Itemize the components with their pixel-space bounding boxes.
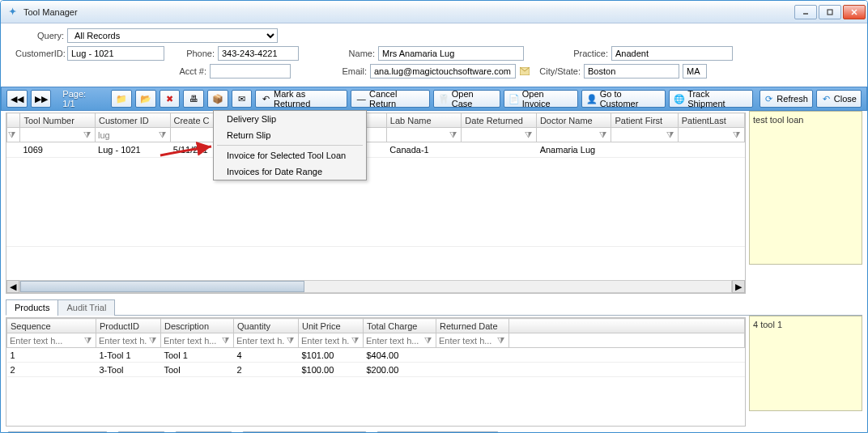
menu-invoice-range[interactable]: Invoices for Date Range <box>214 163 366 180</box>
funnel-icon[interactable]: ⧩ <box>83 129 93 139</box>
customerid-label: CustomerID: <box>15 49 64 58</box>
funnel-icon[interactable]: ⧩ <box>733 129 742 139</box>
note-panel-1[interactable]: test tool loan <box>749 111 862 265</box>
minus-icon: — <box>355 93 367 104</box>
email-icon[interactable] <box>519 67 530 75</box>
refresh-button[interactable]: ⟳Refresh <box>760 90 813 108</box>
print-button[interactable]: 🖶 <box>183 90 204 108</box>
undo-icon: ↶ <box>260 93 271 104</box>
email-label: Email: <box>318 66 367 76</box>
tab-products[interactable]: Products <box>6 299 58 316</box>
nav-first-button[interactable]: ◀◀ <box>6 90 28 108</box>
col-tool-number[interactable]: Tool Number <box>20 113 96 128</box>
titlebar: ✦ Tool Manager <box>1 1 867 23</box>
delete-icon: ✖ <box>164 93 176 104</box>
mail-icon: ✉ <box>236 93 248 104</box>
phone-field[interactable] <box>218 46 299 61</box>
products-grid[interactable]: Sequence ProductID Description Quantity … <box>6 318 745 377</box>
menu-return-slip[interactable]: Return Slip <box>214 127 366 143</box>
acct-field[interactable] <box>210 64 291 79</box>
name-label: Name: <box>326 49 375 58</box>
track-shipment-button[interactable]: 🌐Track Shipment <box>669 90 752 108</box>
svg-rect-1 <box>828 10 832 15</box>
close-panel-button[interactable]: ↶Close <box>816 90 862 108</box>
city-field[interactable] <box>584 64 679 79</box>
maximize-button[interactable] <box>819 5 841 19</box>
edit-icon: 📂 <box>140 93 151 104</box>
table-row[interactable]: 23-ToolTool2$100.00$200.00 <box>7 363 745 377</box>
funnel-icon[interactable]: ⧩ <box>525 129 534 139</box>
minimize-button[interactable] <box>794 5 817 19</box>
phone-label: Phone: <box>176 49 215 58</box>
close-icon: ↶ <box>821 93 832 104</box>
customerid-field[interactable] <box>67 46 164 61</box>
mail-button[interactable]: ✉ <box>232 90 253 108</box>
funnel-icon[interactable]: ⧩ <box>449 129 459 139</box>
note-panel-2[interactable]: 4 tool 1 <box>749 316 862 411</box>
col-doctor-name[interactable]: Doctor Name <box>536 113 611 128</box>
window-title: Tool Manager <box>23 7 794 17</box>
table-row[interactable]: 1069 Lug - 1021 5/11/201 Canada-1 Anamar… <box>6 142 745 157</box>
tools-grid[interactable]: Tool Number Customer ID Create C Lab Nam… <box>6 112 745 142</box>
horizontal-scrollbar[interactable]: ◀▶ <box>6 280 745 293</box>
mark-returned-button[interactable]: ↶Mark as Returned <box>255 90 347 108</box>
email-field[interactable] <box>370 64 516 79</box>
edit-button[interactable]: 📂 <box>135 90 156 108</box>
citystate-label: City/State: <box>534 66 581 76</box>
refresh-icon: ⟳ <box>764 93 775 104</box>
globe-icon: 🌐 <box>674 93 685 104</box>
nav-next-button[interactable]: ▶▶ <box>31 90 52 108</box>
new-button[interactable]: 📁 <box>111 90 132 108</box>
package-icon: 📦 <box>212 93 223 104</box>
filter-seq[interactable] <box>7 333 96 347</box>
cancel-return-button[interactable]: —Cancel Return <box>351 90 429 108</box>
package-button[interactable]: 📦 <box>207 90 228 108</box>
name-field[interactable] <box>378 46 524 61</box>
col-date-returned[interactable]: Date Returned <box>462 113 537 128</box>
funnel-icon[interactable]: ⧩ <box>8 129 18 139</box>
funnel-icon[interactable]: ⧩ <box>666 129 676 139</box>
query-label: Query: <box>15 31 64 40</box>
query-select[interactable]: All Records <box>67 28 278 43</box>
printer-icon: 🖶 <box>188 93 199 104</box>
customer-icon: 👤 <box>586 93 598 104</box>
folder-icon: 📁 <box>116 93 127 104</box>
col-patient-first[interactable]: Patient First <box>611 113 678 128</box>
page-indicator: Page: 1/1 <box>54 89 108 108</box>
practice-field[interactable] <box>611 46 733 61</box>
open-invoice-button[interactable]: 📄Open Invoice <box>504 90 578 108</box>
state-field[interactable] <box>683 64 707 79</box>
invoice-icon: 📄 <box>508 93 520 104</box>
col-patient-last[interactable]: PatientLast <box>678 113 744 128</box>
col-customer-id[interactable]: Customer ID <box>95 113 170 128</box>
delete-button[interactable]: ✖ <box>160 90 181 108</box>
close-button[interactable] <box>843 5 866 19</box>
callout-arrow <box>156 127 221 159</box>
menu-invoice-selected[interactable]: Invoice for Selected Tool Loan <box>214 147 366 163</box>
tab-audit-trial[interactable]: Audit Trial <box>57 299 115 316</box>
case-icon: 🦷 <box>438 93 449 104</box>
toolbar: ◀◀ ▶▶ Page: 1/1 📁 📂 ✖ 🖶 📦 ✉ ↶Mark as Ret… <box>1 87 867 111</box>
open-case-button[interactable]: 🦷Open Case <box>433 90 500 108</box>
col-lab-name[interactable]: Lab Name <box>386 113 462 128</box>
funnel-icon[interactable]: ⧩ <box>599 129 609 139</box>
table-row[interactable]: 11-Tool 1Tool 14$101.00$404.00 <box>7 348 745 363</box>
go-to-customer-button[interactable]: 👤Go to Customer <box>581 90 666 108</box>
menu-delivery-slip[interactable]: Delivery Slip <box>214 111 366 127</box>
bottom-bar: 📄Add Tool Product 📂Edit ✖Delete ↶Mark Pr… <box>1 427 867 433</box>
app-icon: ✦ <box>6 6 19 19</box>
practice-label: Practice: <box>551 49 608 58</box>
print-dropdown: Delivery Slip Return Slip Invoice for Se… <box>213 110 367 180</box>
acct-label: Acct #: <box>168 66 206 76</box>
